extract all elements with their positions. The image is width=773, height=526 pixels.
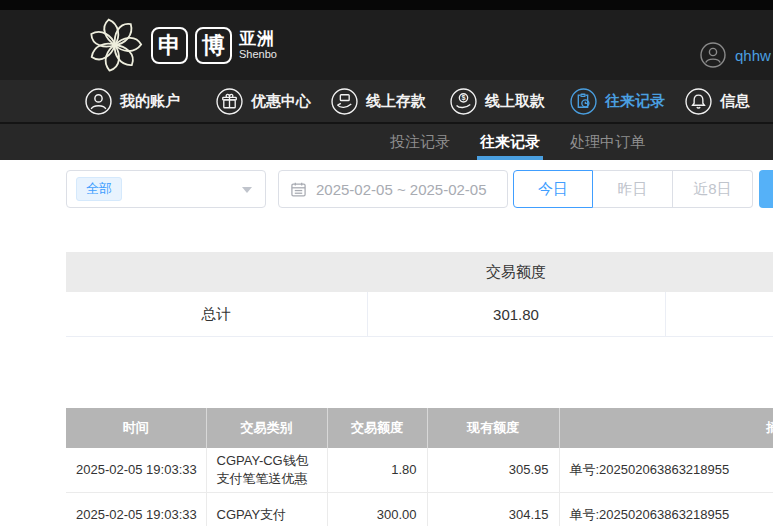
deposit-icon <box>331 88 358 115</box>
last-8-days-button[interactable]: 近8日 <box>673 170 753 208</box>
nav-item-deposit[interactable]: 线上存款 <box>331 88 426 115</box>
chevron-down-icon <box>242 187 252 193</box>
content: 全部 2025-02-05 ~ 2025-02-05 今日 昨日 近8日 <box>0 160 773 526</box>
table-row: 2025-02-05 19:03:33 CGPAY支付 300.00 304.1… <box>66 493 773 526</box>
cell-type: CGPAY-CG钱包支付笔笔送优惠 <box>206 448 327 493</box>
nav-item-promotions[interactable]: 优惠中心 <box>216 88 311 115</box>
today-button[interactable]: 今日 <box>513 170 593 208</box>
cell-balance: 304.15 <box>427 493 559 526</box>
nav-item-label: 线上取款 <box>485 92 545 111</box>
nav-item-label: 线上存款 <box>366 92 426 111</box>
bell-icon <box>685 88 712 115</box>
quick-range-buttons: 今日 昨日 近8日 <box>513 170 753 208</box>
type-filter-select[interactable]: 全部 <box>66 170 266 208</box>
user-menu[interactable]: qhhw <box>700 42 771 68</box>
withdraw-icon: $ <box>450 88 477 115</box>
nav-item-messages[interactable]: 信息 <box>685 88 750 115</box>
brand-char-bo: 博 <box>195 27 232 64</box>
summary-empty-cell <box>665 292 773 337</box>
summary-header-spacer <box>66 252 367 292</box>
nav-item-label: 优惠中心 <box>251 92 311 111</box>
site-header: 申 博 亚洲 Shenbo qhhw <box>0 10 773 80</box>
summary-total-value: 301.80 <box>367 292 665 337</box>
sub-nav: 投注记录 往来记录 处理中订单 <box>0 122 773 160</box>
brand-char-shen: 申 <box>151 27 188 64</box>
gift-icon <box>216 88 243 115</box>
site-logo[interactable]: 申 博 亚洲 Shenbo <box>86 16 277 74</box>
nav-item-withdraw[interactable]: $ 线上取款 <box>450 88 545 115</box>
tab-pending-orders[interactable]: 处理中订单 <box>570 124 645 160</box>
cell-amount: 300.00 <box>327 493 427 526</box>
table-row: 2025-02-05 19:03:33 CGPAY-CG钱包支付笔笔送优惠 1.… <box>66 448 773 493</box>
date-range-input[interactable]: 2025-02-05 ~ 2025-02-05 <box>278 170 508 208</box>
cell-memo: 单号:202502063863218955 <box>559 448 773 493</box>
nav-item-my-account[interactable]: 我的账户 <box>85 88 180 115</box>
cell-memo: 单号:202502063863218955 <box>559 493 773 526</box>
cell-balance: 305.95 <box>427 448 559 493</box>
nav-item-records[interactable]: 往来记录 <box>570 88 665 115</box>
records-icon <box>570 88 597 115</box>
summary-header-amount: 交易额度 <box>367 252 665 292</box>
calendar-icon <box>290 181 307 198</box>
cell-amount: 1.80 <box>327 448 427 493</box>
tab-label: 处理中订单 <box>570 133 645 152</box>
nav-item-label: 我的账户 <box>120 92 180 111</box>
avatar-icon <box>700 42 726 68</box>
tab-transaction-records[interactable]: 往来记录 <box>480 124 540 160</box>
cell-time: 2025-02-05 19:03:33 <box>66 493 206 526</box>
summary-total-label: 总计 <box>66 292 367 337</box>
page: 申 博 亚洲 Shenbo qhhw 我的账户 <box>0 0 773 526</box>
summary-header-spacer <box>665 252 773 292</box>
date-range-value: 2025-02-05 ~ 2025-02-05 <box>316 181 487 198</box>
table-header-row: 时间 交易类别 交易额度 现有额度 摘要 <box>66 408 773 448</box>
cell-type: CGPAY支付 <box>206 493 327 526</box>
top-strip <box>0 0 773 10</box>
col-header-time: 时间 <box>66 408 206 448</box>
brand-region: 亚洲 <box>239 30 277 49</box>
search-button[interactable] <box>759 170 773 208</box>
transactions-table: 时间 交易类别 交易额度 现有额度 摘要 2025-02-05 19:03:33… <box>66 408 773 526</box>
nav-item-label: 往来记录 <box>605 92 665 111</box>
user-icon <box>85 88 112 115</box>
tab-label: 投注记录 <box>390 133 450 152</box>
selected-filter-tag[interactable]: 全部 <box>76 177 122 201</box>
cell-time: 2025-02-05 19:03:33 <box>66 448 206 493</box>
col-header-amount: 交易额度 <box>327 408 427 448</box>
svg-text:$: $ <box>461 93 465 102</box>
col-header-type: 交易类别 <box>206 408 327 448</box>
summary-table: 交易额度 总计 301.80 <box>66 252 773 337</box>
logo-flower-icon <box>86 16 144 74</box>
nav-item-label: 信息 <box>720 92 750 111</box>
brand-subtitle: Shenbo <box>239 48 277 60</box>
tab-label: 往来记录 <box>480 133 540 152</box>
tab-betting-records[interactable]: 投注记录 <box>390 124 450 160</box>
main-nav: 我的账户 优惠中心 线上存款 $ <box>0 80 773 122</box>
col-header-balance: 现有额度 <box>427 408 559 448</box>
col-header-memo: 摘要 <box>559 408 773 448</box>
username[interactable]: qhhw <box>735 47 771 64</box>
yesterday-button[interactable]: 昨日 <box>593 170 673 208</box>
